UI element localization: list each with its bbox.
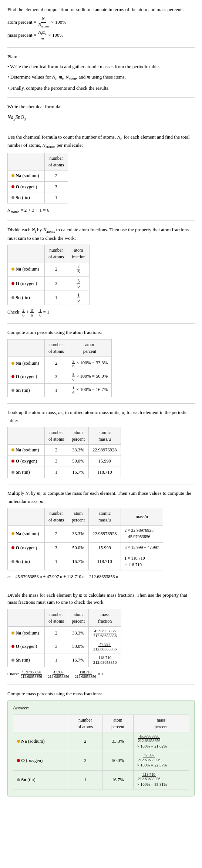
sn-pct-5: 16.7% [68,553,88,570]
sn-mass-pct: 118.710212.68653856× 100% = 55.81% [133,770,189,789]
atomic-mass-table: numberof atoms atompercent atomicmass/u … [7,427,121,478]
na-mass: 22.98976928 [88,445,121,456]
o-atom-pct: 36 × 100% = 50.0% [68,370,112,384]
divider-8 [7,586,195,586]
sn-count-7: 1 [68,770,102,789]
col-element-1 [8,153,45,170]
mass-percent-section: Compute mass percents using the mass fra… [7,690,195,797]
mass-fraction-table: numberof atoms atompercent massfraction … [7,609,121,667]
atomic-mass-intro: Look up the atomic mass, mi, in unified … [7,409,195,424]
sn-pct-4: 16.7% [68,467,88,478]
sn-count-6: 1 [45,653,68,667]
o-mass-5: 15.999 [88,542,121,553]
col-mass-pct: masspercent [133,715,189,732]
element-sn-3: Sn (tin) [8,384,45,397]
na-atom-pct: 26 × 100% = 33.3% [68,357,112,370]
table-row: O (oxygen) 3 [8,181,68,192]
divider-2 [7,97,195,98]
element-sn-1: Sn (tin) [8,192,45,203]
col-element-7 [13,715,68,732]
sn-mass-frac: 118.710212.68653856 [88,653,121,667]
na-count-6: 2 [45,626,68,640]
plan-item-3: • Finally, compute the percents and chec… [7,85,195,92]
col-atomic-mass: atomicmass/u [88,427,121,445]
fraction-intro: Divide each Ni by Natoms to calculate at… [7,226,195,242]
o-count-6: 3 [45,640,68,653]
col-element-6 [8,609,45,626]
intro-text: Find the elemental composition for sodiu… [7,6,195,13]
sn-count-4: 1 [45,467,68,478]
sn-pct-6: 16.7% [68,653,88,667]
element-na-7: Na (sodium) [13,732,68,751]
element-sn-7: Sn (tin) [13,770,68,789]
o-mass: 15.999 [88,456,121,467]
col-element-4 [8,427,45,445]
col-element-3 [8,339,45,357]
o-pct-7: 50.0% [102,751,134,771]
col-atom-pct-5: atompercent [68,508,88,526]
mass-table: numberof atoms atompercent atomicmass/u … [7,508,163,570]
o-mass-frac: 47.997212.68653856 [88,640,121,653]
na-mass-frac: 45.97953856212.68653856 [88,626,121,640]
element-na-3: Na (sodium) [8,357,45,370]
o-pct-6: 50.0% [68,640,88,653]
element-na-1: Na (sodium) [8,170,45,181]
divider-9 [7,685,195,685]
col-atomic-mass-5: atomicmass/u [88,508,121,526]
divider-1 [7,47,195,48]
count-intro: Use the chemical formula to count the nu… [7,133,195,150]
col-element-2 [8,245,45,262]
na-count-4: 2 [45,445,68,456]
col-element-5 [8,508,45,526]
plan-item-1: • Write the chemical formula and gather … [7,63,195,70]
table-row: Na (sodium) 2 33.3% 22.98976928 2 × 22.9… [8,526,163,543]
na-count-2: 2 [45,262,68,276]
element-sn-4: Sn (tin) [8,467,45,478]
mass-percent-eq: mass percent = Nimim × 100% [7,30,195,41]
fraction-section: Divide each Ni by Natoms to calculate at… [7,226,195,317]
table-row: Na (sodium) 2 33.3% 22.98976928 [8,445,121,456]
element-o-4: O (oxygen) [8,456,45,467]
element-na-5: Na (sodium) [8,526,45,543]
col-atom-fraction: atomfraction [68,245,89,262]
col-atom-pct-6: atompercent [68,609,88,626]
answer-box: Answer: numberof atoms atompercent massp… [7,700,195,796]
plan-item-2: • Determine values for Ni, mi, Natoms an… [7,73,195,82]
table-row: Sn (tin) 1 16 [8,291,90,305]
table-row: Na (sodium) 2 26 × 100% = 33.3% [8,357,112,370]
divider-6 [7,403,195,404]
sn-count-2: 1 [45,291,68,305]
o-mass-pct: 47.997212.68653856× 100% = 22.57% [133,751,189,771]
check-1: Check: 26 + 36 + 16 = 1 [7,308,195,317]
divider-3 [7,128,195,128]
col-num-atoms-7: numberof atoms [68,715,102,732]
table-row: Na (sodium) 2 26 [8,262,90,276]
table-row: O (oxygen) 3 50.0% 15.999 [8,456,121,467]
atom-percent-eq: atom percent = NiNatoms × 100% [7,16,195,29]
mass-eq: m = 45.97953856 u + 47.997 u + 118.710 u… [7,573,195,580]
col-num-atoms-6: numberof atoms [45,609,68,626]
na-count-1: 2 [45,170,68,181]
col-mass-u: mass/u [121,508,163,526]
atomic-mass-section: Look up the atomic mass, mi, in unified … [7,409,195,478]
o-count-2: 3 [45,276,68,291]
col-mass-fraction: massfraction [88,609,121,626]
o-count-1: 3 [45,181,68,192]
o-count-4: 3 [45,456,68,467]
sn-count-5: 1 [45,553,68,570]
col-atom-pct-7: atompercent [102,715,134,732]
sn-count-1: 1 [45,192,68,203]
element-sn-5: Sn (tin) [8,553,45,570]
plan-section: Plan: • Write the chemical formula and g… [7,53,195,92]
element-o-1: O (oxygen) [8,181,45,192]
mass-intro: Multiply Ni by mi to compute the mass fo… [7,490,195,505]
sn-atom-pct: 16 × 100% = 16.7% [68,384,112,397]
table-row: O (oxygen) 3 36 [8,276,90,291]
divider-5 [7,323,195,324]
o-pct-5: 50.0% [68,542,88,553]
count-section: Use the chemical formula to count the nu… [7,133,195,215]
atom-percent-table: numberof atoms atompercent Na (sodium) 2… [7,339,112,397]
table-row: Na (sodium) 2 33.3% 45.97953856212.68653… [13,732,189,751]
table-row: Sn (tin) 1 16.7% 118.710 [8,467,121,478]
table-row: O (oxygen) 3 36 × 100% = 50.0% [8,370,112,384]
